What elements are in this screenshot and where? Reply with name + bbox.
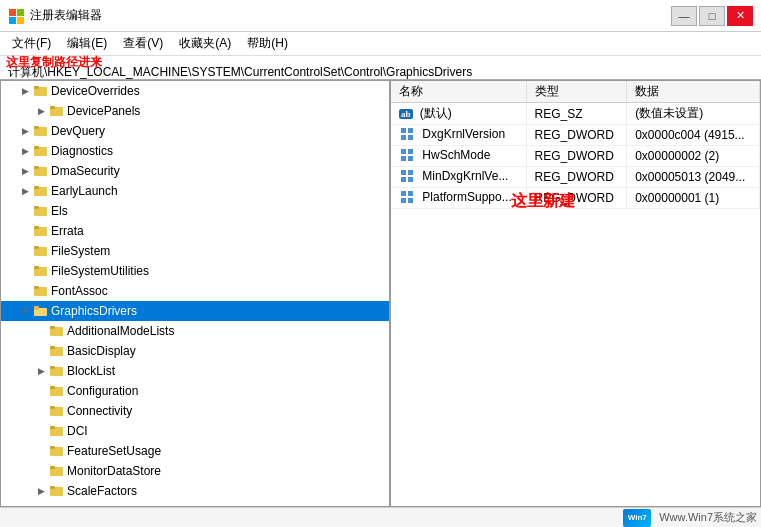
tree-item-errata[interactable]: Errata <box>1 221 389 241</box>
cell-name: HwSchMode <box>391 146 526 167</box>
svg-rect-47 <box>50 486 55 489</box>
svg-rect-16 <box>34 186 39 189</box>
tree-item-additionalmodelists[interactable]: AdditionalModeLists <box>1 321 389 341</box>
reg-name: MinDxgKrnlVe... <box>422 169 508 183</box>
dword-icon <box>399 190 415 206</box>
folder-icon <box>33 183 49 199</box>
cell-data: 0x00000002 (2) <box>627 146 760 167</box>
address-path[interactable]: 计算机\HKEY_LOCAL_MACHINE\SYSTEM\CurrentCon… <box>4 64 757 81</box>
expander-icon: ▶ <box>17 186 33 196</box>
svg-rect-10 <box>34 126 39 129</box>
reg-name: PlatformSuppo... <box>422 190 511 204</box>
svg-rect-18 <box>34 206 39 209</box>
svg-rect-24 <box>34 266 39 269</box>
tree-item-filesystemutilities[interactable]: FileSystemUtilities <box>1 261 389 281</box>
tree-label: AdditionalModeLists <box>67 324 174 338</box>
folder-icon <box>33 203 49 219</box>
tree-item-featuresetusage[interactable]: FeatureSetUsage <box>1 441 389 461</box>
svg-rect-55 <box>408 156 413 161</box>
menu-help[interactable]: 帮助(H) <box>239 33 296 54</box>
menu-view[interactable]: 查看(V) <box>115 33 171 54</box>
tree-label: Configuration <box>67 384 138 398</box>
tree-item-devicepanels[interactable]: ▶ DevicePanels <box>1 101 389 121</box>
tree-item-dmasecurity[interactable]: ▶ DmaSecurity <box>1 161 389 181</box>
new-build-annotation: 这里新建 <box>511 191 575 212</box>
cell-data: 0x00000001 (1) <box>627 188 760 209</box>
table-row[interactable]: HwSchMode REG_DWORD 0x00000002 (2) <box>391 146 760 167</box>
folder-icon <box>49 403 65 419</box>
right-pane: 名称 类型 数据 ab (默认) REG_SZ (数值未设置) <box>391 81 760 506</box>
svg-rect-62 <box>401 198 406 203</box>
expander-icon: ▼ <box>17 306 33 316</box>
tree-label: ScaleFactors <box>67 484 137 498</box>
folder-icon <box>49 103 65 119</box>
table-row[interactable]: DxgKrnlVersion REG_DWORD 0x0000c004 (491… <box>391 125 760 146</box>
tree-item-fontassoc[interactable]: FontAssoc <box>1 281 389 301</box>
tree-item-blocklist[interactable]: ▶ BlockList <box>1 361 389 381</box>
tree-item-deviceoverrides[interactable]: ▶ DeviceOverrides <box>1 81 389 101</box>
col-type: 类型 <box>526 81 627 103</box>
title-bar: 注册表编辑器 — □ ✕ <box>0 0 761 32</box>
folder-icon <box>49 383 65 399</box>
svg-rect-57 <box>408 170 413 175</box>
folder-icon-open <box>33 303 49 319</box>
app-icon <box>8 8 24 24</box>
close-button[interactable]: ✕ <box>727 6 753 26</box>
tree-pane: ▶ DeviceOverrides ▶ DevicePanels ▶ DevQu… <box>1 81 391 506</box>
reg-name: HwSchMode <box>422 148 490 162</box>
tree-item-scalefactors[interactable]: ▶ ScaleFactors <box>1 481 389 501</box>
svg-rect-54 <box>401 156 406 161</box>
tree-item-configuration[interactable]: Configuration <box>1 381 389 401</box>
folder-icon <box>49 423 65 439</box>
menu-file[interactable]: 文件(F) <box>4 33 59 54</box>
expander-icon: ▶ <box>33 106 49 116</box>
table-row[interactable]: MinDxgKrnlVe... REG_DWORD 0x00005013 (20… <box>391 167 760 188</box>
reg-name: DxgKrnlVersion <box>422 127 505 141</box>
tree-item-connectivity[interactable]: Connectivity <box>1 401 389 421</box>
tree-label: FileSystemUtilities <box>51 264 149 278</box>
dword-icon <box>399 127 415 143</box>
table-row[interactable]: PlatformSuppo... REG_DWORD 0x00000001 (1… <box>391 188 760 209</box>
table-row[interactable]: ab (默认) REG_SZ (数值未设置) <box>391 103 760 125</box>
tree-item-graphicsdrivers[interactable]: ▼ GraphicsDrivers <box>1 301 389 321</box>
svg-rect-52 <box>401 149 406 154</box>
tree-item-earlylaunch[interactable]: ▶ EarlyLaunch <box>1 181 389 201</box>
svg-rect-37 <box>50 386 55 389</box>
tree-item-monitordatastore[interactable]: MonitorDataStore <box>1 461 389 481</box>
svg-rect-50 <box>401 135 406 140</box>
svg-rect-43 <box>50 446 55 449</box>
dword-icon <box>399 148 415 164</box>
tree-item-basicdisplay[interactable]: BasicDisplay <box>1 341 389 361</box>
folder-icon <box>49 343 65 359</box>
menu-edit[interactable]: 编辑(E) <box>59 33 115 54</box>
menu-favorites[interactable]: 收藏夹(A) <box>171 33 239 54</box>
tree-label: Errata <box>51 224 84 238</box>
svg-rect-49 <box>408 128 413 133</box>
svg-rect-56 <box>401 170 406 175</box>
svg-rect-45 <box>50 466 55 469</box>
folder-icon <box>49 463 65 479</box>
svg-rect-1 <box>17 9 24 16</box>
cell-type: REG_SZ <box>526 103 627 125</box>
folder-icon <box>33 83 49 99</box>
tree-label: Diagnostics <box>51 144 113 158</box>
svg-rect-39 <box>50 406 55 409</box>
tree-item-diagnostics[interactable]: ▶ Diagnostics <box>1 141 389 161</box>
tree-label: DCI <box>67 424 88 438</box>
tree-label: BlockList <box>67 364 115 378</box>
col-name: 名称 <box>391 81 526 103</box>
col-data: 数据 <box>627 81 760 103</box>
minimize-button[interactable]: — <box>671 6 697 26</box>
status-bar: Win7 Www.Win7系统之家 <box>0 507 761 527</box>
tree-label: FileSystem <box>51 244 110 258</box>
tree-item-filesystem[interactable]: FileSystem <box>1 241 389 261</box>
svg-rect-8 <box>50 106 55 109</box>
ab-icon: ab <box>399 109 413 119</box>
tree-label: DeviceOverrides <box>51 84 140 98</box>
tree-item-devquery[interactable]: ▶ DevQuery <box>1 121 389 141</box>
svg-rect-61 <box>408 191 413 196</box>
svg-marker-29 <box>35 310 47 316</box>
tree-item-els[interactable]: Els <box>1 201 389 221</box>
maximize-button[interactable]: □ <box>699 6 725 26</box>
tree-item-dci[interactable]: DCI <box>1 421 389 441</box>
